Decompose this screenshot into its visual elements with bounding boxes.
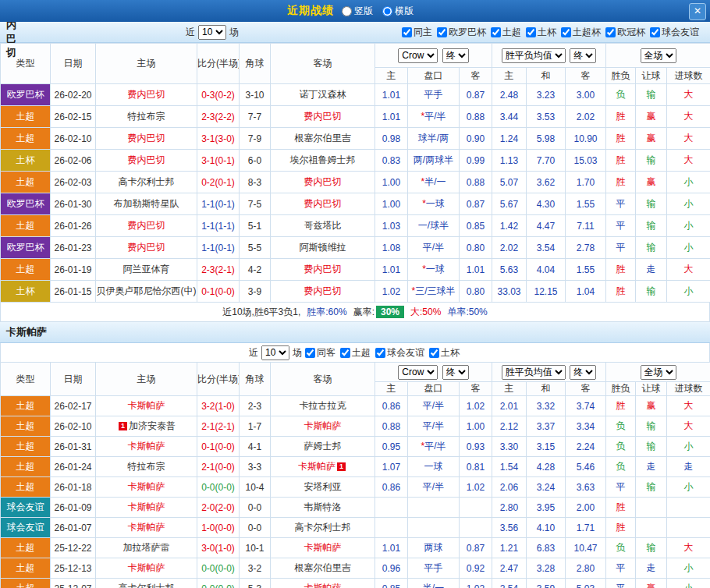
team-name-text: 卡斯帕萨 [128, 562, 165, 573]
filter-土超杯[interactable]: 土超杯 [561, 26, 601, 39]
avg-away: 10.90 [566, 128, 606, 150]
avg-source-select[interactable]: 胜平负均值 [502, 48, 566, 63]
filter-checkbox[interactable] [605, 27, 616, 37]
result-handicap: 走 [636, 457, 667, 477]
avg-home: 2.54 [492, 579, 527, 588]
filter-同主[interactable]: 同主 [402, 26, 432, 39]
result-goals: 小 [667, 477, 710, 498]
filter-土杯[interactable]: 土杯 [429, 346, 460, 360]
scope-select[interactable]: 全场 [641, 365, 676, 380]
scope-select[interactable]: 全场 [641, 48, 676, 63]
filter-checkbox[interactable] [491, 27, 501, 37]
filter-球会友谊[interactable]: 球会友谊 [375, 346, 424, 360]
layout-option-2[interactable]: 横版 [382, 5, 414, 18]
col-avg-home: 主 [492, 382, 527, 396]
team-section-header: 费内巴切 近 10 场 同主欧罗巴杯土超土杯土超杯欧冠杯球会友谊 [0, 22, 710, 43]
odds-source-select[interactable]: Crow [398, 48, 438, 63]
odds-final-select[interactable]: 终 [442, 365, 469, 380]
filter-土杯[interactable]: 土杯 [526, 26, 556, 39]
filter-checkbox[interactable] [429, 348, 439, 358]
odds-home: 0.88 [375, 416, 408, 437]
corners: 10-1 [240, 538, 271, 558]
corners: 5-3 [240, 579, 271, 588]
result-goals: 大 [667, 128, 710, 150]
avg-draw: 7.70 [527, 150, 566, 172]
team-name-text: 埃尔祖鲁姆士邦 [290, 154, 356, 165]
team-section-header: 卡斯帕萨 [0, 322, 710, 343]
col-home: 主场 [96, 363, 197, 396]
odds-handicap: 平/半 [408, 396, 460, 416]
result-handicap: 输 [636, 84, 667, 106]
match-count-select[interactable]: 10 [261, 345, 289, 360]
result-handicap: 输 [636, 437, 667, 457]
filter-欧罗巴杯[interactable]: 欧罗巴杯 [437, 26, 486, 39]
home-team: 费内巴切 [96, 150, 197, 172]
match-date: 26-01-18 [51, 477, 96, 498]
filter-label: 土超 [502, 26, 521, 39]
avg-away: 3.34 [566, 416, 606, 437]
odds-away: 1.02 [460, 579, 492, 588]
avg-header-group: 胜平负均值 终 [492, 363, 606, 382]
filter-label: 球会友谊 [387, 346, 424, 360]
layout-radio[interactable] [342, 6, 352, 16]
result-outcome: 胜 [606, 281, 636, 303]
filter-checkbox[interactable] [561, 27, 571, 37]
match-date: 26-02-03 [51, 172, 96, 193]
avg-final-select[interactable]: 终 [570, 365, 596, 380]
avg-home: 3.30 [492, 437, 527, 457]
layout-radio[interactable] [382, 6, 392, 16]
odds-handicap: 两球 [408, 538, 460, 558]
league-type: 土超 [1, 558, 51, 579]
odds-handicap: *一球 [408, 259, 460, 281]
filter-球会友谊[interactable]: 球会友谊 [650, 26, 699, 39]
filter-checkbox[interactable] [305, 348, 315, 358]
team-name-text: 加拉塔萨雷 [123, 542, 170, 553]
filter-checkbox[interactable] [340, 348, 350, 358]
avg-final-select[interactable]: 终 [570, 48, 596, 63]
avg-draw: 3.54 [527, 237, 566, 259]
handicap-text: 一球 [426, 264, 445, 275]
filter-土超[interactable]: 土超 [340, 346, 371, 360]
odds-away: 0.87 [460, 193, 492, 215]
filter-土超[interactable]: 土超 [491, 26, 521, 39]
filter-同客[interactable]: 同客 [305, 346, 335, 360]
filter-checkbox[interactable] [402, 27, 412, 37]
result-goals: 小 [667, 215, 710, 237]
odds-home: 0.83 [375, 150, 408, 172]
odds-home: 1.00 [375, 193, 408, 215]
layout-option-1[interactable]: 竖版 [342, 5, 373, 18]
filter-checkbox[interactable] [526, 27, 536, 37]
match-date: 26-01-19 [51, 259, 96, 281]
avg-draw: 4.04 [527, 259, 566, 281]
home-team: 特拉布宗 [96, 457, 197, 477]
filter-欧冠杯[interactable]: 欧冠杯 [605, 26, 645, 39]
odds-home: 1.08 [375, 237, 408, 259]
team-name-text: 根塞尔伯里吉 [295, 562, 351, 573]
score: 3-2(1-0) [197, 396, 240, 416]
filter-checkbox[interactable] [650, 27, 660, 37]
odds-source-select[interactable]: Crow [398, 365, 438, 380]
avg-home: 2.06 [492, 477, 527, 498]
corners: 3-3 [240, 457, 271, 477]
match-count-select[interactable]: 10 [198, 25, 226, 40]
home-team: 卡斯帕萨 [96, 518, 197, 538]
result-outcome: 负 [606, 416, 636, 437]
league-type: 土超 [1, 538, 51, 558]
odds-final-select[interactable]: 终 [442, 48, 469, 63]
result-handicap: 赢 [636, 172, 667, 193]
away-team: 高卡尔利士邦 [271, 518, 375, 538]
filter-checkbox[interactable] [437, 27, 447, 37]
filter-checkbox[interactable] [375, 348, 385, 358]
home-team: 卡斯帕萨 [96, 558, 197, 579]
handicap-text: 平/半 [424, 111, 446, 122]
close-button[interactable]: ✕ [689, 3, 706, 20]
avg-source-select[interactable]: 胜平负均值 [502, 365, 566, 380]
away-team: 卡斯帕萨1 [271, 457, 375, 477]
result-outcome: 平 [606, 579, 636, 588]
score: 0-3(0-2) [197, 84, 240, 106]
away-team: 埃尔祖鲁姆士邦 [271, 150, 375, 172]
odds-home: 0.85 [375, 579, 408, 588]
away-team: 诺丁汉森林 [271, 84, 375, 106]
avg-away: 5.03 [566, 579, 606, 588]
corners: 10-4 [240, 477, 271, 498]
